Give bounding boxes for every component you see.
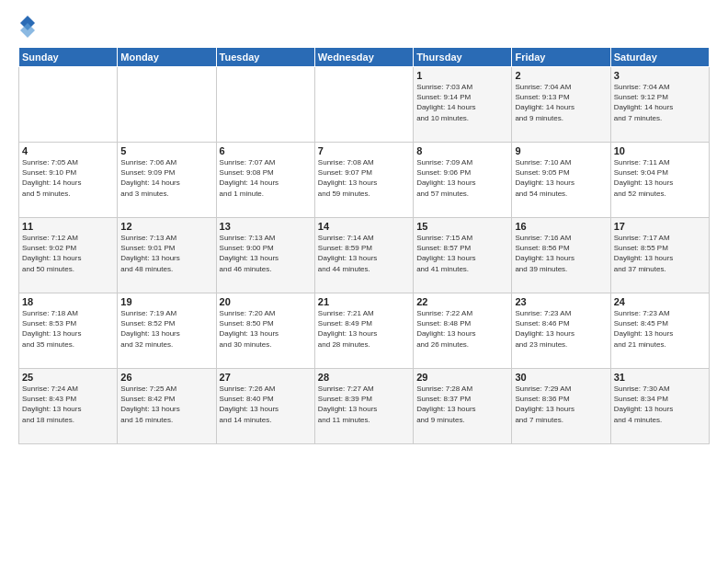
day-info: Sunrise: 7:23 AMSunset: 8:46 PMDaylight:… — [515, 308, 607, 350]
day-number: 29 — [416, 372, 508, 383]
header-day-tuesday: Tuesday — [216, 48, 314, 67]
day-number: 15 — [416, 221, 508, 232]
calendar-cell: 10Sunrise: 7:11 AMSunset: 9:04 PMDayligh… — [610, 143, 709, 218]
day-number: 14 — [318, 221, 410, 232]
calendar-cell: 8Sunrise: 7:09 AMSunset: 9:06 PMDaylight… — [414, 143, 512, 218]
calendar-cell: 14Sunrise: 7:14 AMSunset: 8:59 PMDayligh… — [314, 218, 413, 293]
day-number: 4 — [22, 145, 114, 156]
day-number: 20 — [220, 296, 312, 307]
logo-icon — [18, 14, 37, 40]
day-number: 9 — [515, 145, 607, 156]
day-number: 8 — [416, 145, 508, 156]
calendar-cell: 31Sunrise: 7:30 AMSunset: 8:34 PMDayligh… — [610, 369, 709, 444]
calendar-cell: 1Sunrise: 7:03 AMSunset: 9:14 PMDaylight… — [414, 67, 512, 143]
day-number: 23 — [515, 296, 607, 307]
calendar-cell: 2Sunrise: 7:04 AMSunset: 9:13 PMDaylight… — [512, 67, 610, 143]
header-day-saturday: Saturday — [610, 48, 709, 67]
calendar-body: 1Sunrise: 7:03 AMSunset: 9:14 PMDaylight… — [19, 67, 710, 444]
day-info: Sunrise: 7:30 AMSunset: 8:34 PMDaylight:… — [614, 384, 706, 425]
header — [18, 14, 710, 40]
calendar-cell: 17Sunrise: 7:17 AMSunset: 8:55 PMDayligh… — [610, 218, 709, 293]
calendar-cell: 23Sunrise: 7:23 AMSunset: 8:46 PMDayligh… — [512, 293, 610, 369]
day-number: 21 — [318, 296, 410, 307]
day-info: Sunrise: 7:04 AMSunset: 9:12 PMDaylight:… — [614, 82, 706, 123]
day-info: Sunrise: 7:10 AMSunset: 9:05 PMDaylight:… — [515, 157, 607, 199]
day-number: 19 — [120, 296, 212, 307]
day-number: 13 — [220, 221, 312, 232]
day-info: Sunrise: 7:06 AMSunset: 9:09 PMDaylight:… — [120, 157, 212, 199]
day-info: Sunrise: 7:11 AMSunset: 9:04 PMDaylight:… — [614, 157, 706, 199]
day-info: Sunrise: 7:13 AMSunset: 9:00 PMDaylight:… — [220, 233, 312, 274]
day-info: Sunrise: 7:08 AMSunset: 9:07 PMDaylight:… — [318, 157, 410, 199]
day-number: 6 — [220, 145, 312, 156]
day-info: Sunrise: 7:18 AMSunset: 8:53 PMDaylight:… — [22, 308, 114, 350]
calendar-cell: 27Sunrise: 7:26 AMSunset: 8:40 PMDayligh… — [216, 369, 314, 444]
calendar-header: SundayMondayTuesdayWednesdayThursdayFrid… — [19, 48, 710, 67]
day-info: Sunrise: 7:21 AMSunset: 8:49 PMDaylight:… — [318, 308, 410, 350]
header-day-sunday: Sunday — [19, 48, 118, 67]
calendar-cell: 20Sunrise: 7:20 AMSunset: 8:50 PMDayligh… — [216, 293, 314, 369]
calendar-cell: 19Sunrise: 7:19 AMSunset: 8:52 PMDayligh… — [118, 293, 216, 369]
week-row-5: 25Sunrise: 7:24 AMSunset: 8:43 PMDayligh… — [19, 369, 710, 444]
day-info: Sunrise: 7:25 AMSunset: 8:42 PMDaylight:… — [120, 384, 212, 425]
day-number: 17 — [614, 221, 706, 232]
day-info: Sunrise: 7:14 AMSunset: 8:59 PMDaylight:… — [318, 233, 410, 274]
calendar-cell: 11Sunrise: 7:12 AMSunset: 9:02 PMDayligh… — [19, 218, 118, 293]
calendar-cell: 29Sunrise: 7:28 AMSunset: 8:37 PMDayligh… — [414, 369, 512, 444]
calendar-cell: 13Sunrise: 7:13 AMSunset: 9:00 PMDayligh… — [216, 218, 314, 293]
header-day-monday: Monday — [118, 48, 216, 67]
day-info: Sunrise: 7:19 AMSunset: 8:52 PMDaylight:… — [120, 308, 212, 350]
day-info: Sunrise: 7:13 AMSunset: 9:01 PMDaylight:… — [120, 233, 212, 274]
day-number: 5 — [120, 145, 212, 156]
calendar-cell: 7Sunrise: 7:08 AMSunset: 9:07 PMDaylight… — [314, 143, 413, 218]
calendar-cell: 25Sunrise: 7:24 AMSunset: 8:43 PMDayligh… — [19, 369, 118, 444]
day-number: 22 — [416, 296, 508, 307]
logo — [18, 14, 40, 40]
week-row-2: 4Sunrise: 7:05 AMSunset: 9:10 PMDaylight… — [19, 143, 710, 218]
day-number: 11 — [22, 221, 114, 232]
calendar-cell: 12Sunrise: 7:13 AMSunset: 9:01 PMDayligh… — [118, 218, 216, 293]
day-info: Sunrise: 7:05 AMSunset: 9:10 PMDaylight:… — [22, 157, 114, 199]
day-info: Sunrise: 7:28 AMSunset: 8:37 PMDaylight:… — [416, 384, 508, 425]
calendar-cell: 9Sunrise: 7:10 AMSunset: 9:05 PMDaylight… — [512, 143, 610, 218]
calendar-cell: 6Sunrise: 7:07 AMSunset: 9:08 PMDaylight… — [216, 143, 314, 218]
calendar-cell: 22Sunrise: 7:22 AMSunset: 8:48 PMDayligh… — [414, 293, 512, 369]
day-number: 30 — [515, 372, 607, 383]
day-info: Sunrise: 7:20 AMSunset: 8:50 PMDaylight:… — [220, 308, 312, 350]
calendar-cell: 30Sunrise: 7:29 AMSunset: 8:36 PMDayligh… — [512, 369, 610, 444]
calendar-cell — [216, 67, 314, 143]
calendar-table: SundayMondayTuesdayWednesdayThursdayFrid… — [18, 47, 710, 444]
header-day-wednesday: Wednesday — [314, 48, 413, 67]
calendar-cell: 28Sunrise: 7:27 AMSunset: 8:39 PMDayligh… — [314, 369, 413, 444]
day-number: 27 — [220, 372, 312, 383]
week-row-3: 11Sunrise: 7:12 AMSunset: 9:02 PMDayligh… — [19, 218, 710, 293]
calendar-cell — [118, 67, 216, 143]
day-number: 1 — [416, 70, 508, 81]
calendar-cell: 3Sunrise: 7:04 AMSunset: 9:12 PMDaylight… — [610, 67, 709, 143]
day-info: Sunrise: 7:16 AMSunset: 8:56 PMDaylight:… — [515, 233, 607, 274]
day-number: 18 — [22, 296, 114, 307]
header-row: SundayMondayTuesdayWednesdayThursdayFrid… — [19, 48, 710, 67]
day-info: Sunrise: 7:29 AMSunset: 8:36 PMDaylight:… — [515, 384, 607, 425]
calendar-cell: 18Sunrise: 7:18 AMSunset: 8:53 PMDayligh… — [19, 293, 118, 369]
day-info: Sunrise: 7:04 AMSunset: 9:13 PMDaylight:… — [515, 82, 607, 123]
day-number: 16 — [515, 221, 607, 232]
header-day-thursday: Thursday — [414, 48, 512, 67]
day-info: Sunrise: 7:22 AMSunset: 8:48 PMDaylight:… — [416, 308, 508, 350]
day-info: Sunrise: 7:23 AMSunset: 8:45 PMDaylight:… — [614, 308, 706, 350]
day-number: 10 — [614, 145, 706, 156]
week-row-4: 18Sunrise: 7:18 AMSunset: 8:53 PMDayligh… — [19, 293, 710, 369]
day-info: Sunrise: 7:27 AMSunset: 8:39 PMDaylight:… — [318, 384, 410, 425]
day-info: Sunrise: 7:09 AMSunset: 9:06 PMDaylight:… — [416, 157, 508, 199]
day-number: 28 — [318, 372, 410, 383]
day-info: Sunrise: 7:03 AMSunset: 9:14 PMDaylight:… — [416, 82, 508, 123]
day-number: 25 — [22, 372, 114, 383]
day-info: Sunrise: 7:07 AMSunset: 9:08 PMDaylight:… — [220, 157, 312, 199]
day-info: Sunrise: 7:24 AMSunset: 8:43 PMDaylight:… — [22, 384, 114, 425]
day-number: 24 — [614, 296, 706, 307]
day-number: 12 — [120, 221, 212, 232]
calendar-cell: 5Sunrise: 7:06 AMSunset: 9:09 PMDaylight… — [118, 143, 216, 218]
day-number: 26 — [120, 372, 212, 383]
day-info: Sunrise: 7:12 AMSunset: 9:02 PMDaylight:… — [22, 233, 114, 274]
day-info: Sunrise: 7:17 AMSunset: 8:55 PMDaylight:… — [614, 233, 706, 274]
